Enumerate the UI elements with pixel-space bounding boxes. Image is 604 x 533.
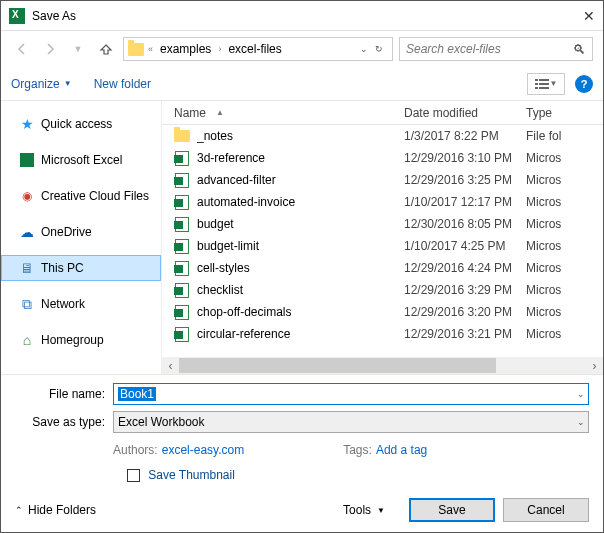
excel-file-icon [174, 304, 190, 320]
view-options-button[interactable]: ▼ [527, 73, 565, 95]
excel-file-icon [174, 260, 190, 276]
file-date: 12/29/2016 3:25 PM [404, 173, 526, 187]
sidebar-item-quick-access[interactable]: ★ Quick access [1, 111, 161, 137]
sidebar-item-microsoft-excel[interactable]: Microsoft Excel [1, 147, 161, 173]
excel-icon [19, 152, 35, 168]
column-date[interactable]: Date modified [404, 106, 526, 120]
folder-icon [174, 128, 190, 144]
back-button[interactable] [11, 38, 33, 60]
filename-label: File name: [15, 387, 113, 401]
organize-menu[interactable]: Organize ▼ [11, 77, 72, 91]
refresh-button[interactable]: ↻ [372, 42, 386, 56]
file-date: 12/29/2016 3:21 PM [404, 327, 526, 341]
folder-icon [128, 43, 144, 56]
chevron-down-icon[interactable]: ⌄ [577, 389, 585, 399]
excel-file-icon [174, 238, 190, 254]
file-row[interactable]: budget-limit1/10/2017 4:25 PMMicros [162, 235, 603, 257]
file-row[interactable]: advanced-filter12/29/2016 3:25 PMMicros [162, 169, 603, 191]
excel-file-icon [174, 150, 190, 166]
address-dropdown[interactable]: ⌄ [357, 42, 371, 56]
authors-value[interactable]: excel-easy.com [162, 443, 244, 457]
tags-label: Tags: [343, 443, 372, 457]
save-panel: File name: Book1 ⌄ Save as type: Excel W… [1, 374, 603, 532]
file-type: Micros [526, 305, 561, 319]
sidebar-item-onedrive[interactable]: ☁ OneDrive [1, 219, 161, 245]
svg-rect-4 [535, 87, 538, 89]
forward-button[interactable] [39, 38, 61, 60]
chevron-down-icon[interactable]: ⌄ [577, 417, 585, 427]
search-input[interactable]: Search excel-files 🔍︎ [399, 37, 593, 61]
network-icon: ⧉ [19, 296, 35, 312]
title-bar: Save As ✕ [1, 1, 603, 31]
sidebar-item-creative-cloud[interactable]: ◉ Creative Cloud Files [1, 183, 161, 209]
file-type: Micros [526, 151, 561, 165]
help-button[interactable]: ? [575, 75, 593, 93]
authors-label: Authors: [113, 443, 158, 457]
column-type[interactable]: Type [526, 106, 603, 120]
file-name: circular-reference [197, 327, 404, 341]
column-headers: Name ▲ Date modified Type [162, 101, 603, 125]
star-icon: ★ [19, 116, 35, 132]
file-name: budget-limit [197, 239, 404, 253]
scroll-left-icon[interactable]: ‹ [162, 359, 179, 373]
svg-rect-1 [539, 79, 549, 81]
file-date: 1/10/2017 12:17 PM [404, 195, 526, 209]
breadcrumb-examples[interactable]: examples [157, 42, 214, 56]
svg-rect-0 [535, 79, 538, 81]
file-type: Micros [526, 239, 561, 253]
file-date: 12/30/2016 8:05 PM [404, 217, 526, 231]
save-button[interactable]: Save [409, 498, 495, 522]
column-name[interactable]: Name ▲ [174, 106, 404, 120]
sidebar-item-this-pc[interactable]: 🖥 This PC [1, 255, 161, 281]
chevron-right-icon: › [218, 44, 221, 54]
scroll-right-icon[interactable]: › [586, 359, 603, 373]
file-type: Micros [526, 327, 561, 341]
file-name: automated-invoice [197, 195, 404, 209]
filename-input[interactable]: Book1 ⌄ [113, 383, 589, 405]
file-name: budget [197, 217, 404, 231]
savetype-select[interactable]: Excel Workbook ⌄ [113, 411, 589, 433]
file-row[interactable]: budget12/30/2016 8:05 PMMicros [162, 213, 603, 235]
file-row[interactable]: cell-styles12/29/2016 4:24 PMMicros [162, 257, 603, 279]
close-button[interactable]: ✕ [567, 8, 595, 24]
address-bar[interactable]: « examples › excel-files ⌄ ↻ [123, 37, 393, 61]
up-button[interactable] [95, 38, 117, 60]
file-date: 12/29/2016 3:29 PM [404, 283, 526, 297]
file-row[interactable]: chop-off-decimals12/29/2016 3:20 PMMicro… [162, 301, 603, 323]
tags-value[interactable]: Add a tag [376, 443, 427, 457]
recent-dropdown[interactable]: ▼ [67, 38, 89, 60]
excel-file-icon [174, 282, 190, 298]
file-date: 12/29/2016 3:20 PM [404, 305, 526, 319]
file-row[interactable]: 3d-reference12/29/2016 3:10 PMMicros [162, 147, 603, 169]
search-icon[interactable]: 🔍︎ [573, 42, 586, 57]
chevron-right-icon: « [148, 44, 153, 54]
save-thumbnail-checkbox[interactable] [127, 469, 140, 482]
file-row[interactable]: circular-reference12/29/2016 3:21 PMMicr… [162, 323, 603, 345]
file-row[interactable]: automated-invoice1/10/2017 12:17 PMMicro… [162, 191, 603, 213]
search-placeholder: Search excel-files [406, 42, 573, 56]
sort-caret-icon: ▲ [216, 108, 224, 117]
tools-menu[interactable]: Tools ▼ [343, 503, 385, 517]
excel-icon [9, 8, 25, 24]
excel-file-icon [174, 216, 190, 232]
chevron-down-icon: ▼ [377, 506, 385, 515]
sidebar-item-homegroup[interactable]: ⌂ Homegroup [1, 327, 161, 353]
sidebar-item-network[interactable]: ⧉ Network [1, 291, 161, 317]
chevron-down-icon: ▼ [64, 79, 72, 88]
homegroup-icon: ⌂ [19, 332, 35, 348]
scrollbar-thumb[interactable] [179, 358, 496, 373]
new-folder-button[interactable]: New folder [94, 77, 151, 91]
save-thumbnail-label[interactable]: Save Thumbnail [148, 468, 235, 482]
file-name: 3d-reference [197, 151, 404, 165]
file-name: cell-styles [197, 261, 404, 275]
excel-file-icon [174, 326, 190, 342]
cancel-button[interactable]: Cancel [503, 498, 589, 522]
file-row[interactable]: _notes1/3/2017 8:22 PMFile fol [162, 125, 603, 147]
file-row[interactable]: checklist12/29/2016 3:29 PMMicros [162, 279, 603, 301]
savetype-label: Save as type: [15, 415, 113, 429]
horizontal-scrollbar[interactable]: ‹ › [162, 357, 603, 374]
excel-file-icon [174, 194, 190, 210]
window-title: Save As [32, 9, 567, 23]
breadcrumb-excel-files[interactable]: excel-files [225, 42, 284, 56]
hide-folders-button[interactable]: ⌃ Hide Folders [15, 503, 96, 517]
